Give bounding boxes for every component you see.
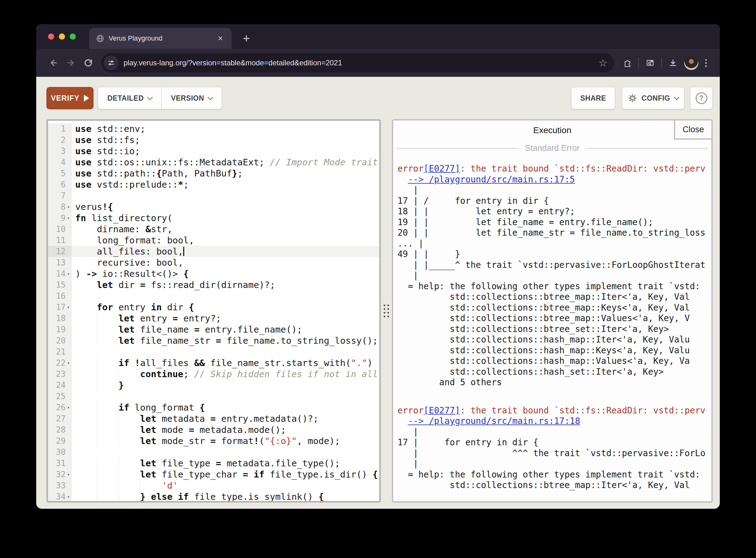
- code-line-11[interactable]: 11 long_format: bool,: [48, 235, 379, 246]
- gutter-cell[interactable]: 21: [48, 346, 72, 357]
- code-text[interactable]: use std::io;: [72, 146, 379, 157]
- code-text[interactable]: use std::os::unix::fs::MetadataExt; // I…: [72, 157, 379, 168]
- version-dropdown[interactable]: VERSION: [161, 87, 221, 109]
- gutter-cell[interactable]: 30: [48, 447, 72, 458]
- gutter-cell[interactable]: 29: [48, 435, 72, 447]
- bookmark-star-icon[interactable]: ☆: [595, 57, 611, 69]
- gutter-cell[interactable]: 16: [48, 290, 72, 302]
- code-text[interactable]: [72, 346, 379, 357]
- code-line-30[interactable]: 30: [48, 447, 379, 458]
- code-text[interactable]: recursive: bool,: [72, 257, 379, 268]
- error-link[interactable]: [E0277]: [423, 405, 460, 415]
- code-line-24[interactable]: 24 }: [48, 380, 379, 391]
- gutter-cell[interactable]: 23: [48, 369, 72, 380]
- site-info-icon[interactable]: [104, 55, 119, 70]
- gutter-cell[interactable]: 7: [48, 190, 72, 201]
- fold-arrow-icon[interactable]: ▾: [66, 494, 71, 499]
- code-line-26[interactable]: 26▾ if long_format {: [48, 402, 379, 413]
- gutter-cell[interactable]: 8▾: [48, 201, 72, 212]
- code-line-13[interactable]: 13 recursive: bool,: [48, 257, 379, 268]
- code-text[interactable]: use std::path::{Path, PathBuf};: [72, 168, 379, 179]
- code-text[interactable]: [72, 447, 379, 458]
- code-text[interactable]: long_format: bool,: [72, 235, 379, 246]
- code-line-7[interactable]: 7: [48, 190, 379, 201]
- code-line-12[interactable]: 12 all_files: bool,: [48, 246, 379, 257]
- code-text[interactable]: let metadata = entry.metadata()?;: [72, 413, 379, 424]
- gutter-cell[interactable]: 26▾: [48, 402, 72, 413]
- code-text[interactable]: 'd': [72, 480, 379, 491]
- code-line-23[interactable]: 23 continue; // Skip hidden files if not…: [48, 369, 379, 380]
- code-line-17[interactable]: 17▾ for entry in dir {: [48, 302, 379, 313]
- code-line-1[interactable]: 1use std::env;: [48, 123, 379, 134]
- fold-arrow-icon[interactable]: ▾: [66, 472, 71, 477]
- reload-button[interactable]: [80, 54, 97, 72]
- close-window-button[interactable]: [48, 33, 54, 40]
- code-line-22[interactable]: 22▾ if !all_files && file_name_str.start…: [48, 357, 379, 369]
- gutter-cell[interactable]: 22▾: [48, 357, 72, 369]
- fold-arrow-icon[interactable]: ▾: [66, 204, 71, 209]
- close-execution-button[interactable]: Close: [674, 121, 711, 140]
- gutter-cell[interactable]: 4: [48, 157, 72, 168]
- gutter-cell[interactable]: 15: [48, 279, 72, 290]
- code-text[interactable]: verus!{: [72, 201, 379, 212]
- code-line-2[interactable]: 2use std::fs;: [48, 134, 379, 146]
- error-link[interactable]: [E0277]: [423, 163, 460, 174]
- gutter-cell[interactable]: 18: [48, 313, 72, 324]
- gutter-cell[interactable]: 5: [48, 168, 72, 179]
- code-line-3[interactable]: 3use std::io;: [48, 146, 379, 157]
- code-line-20[interactable]: 20 let file_name_str = file_name.to_stri…: [48, 335, 379, 346]
- code-text[interactable]: [72, 190, 379, 201]
- code-text[interactable]: let file_name = entry.file_name();: [72, 324, 379, 335]
- gutter-cell[interactable]: 9▾: [48, 212, 72, 224]
- code-line-29[interactable]: 29 let mode_str = format!("{:o}", mode);: [48, 435, 379, 447]
- code-text[interactable]: all_files: bool,: [72, 246, 379, 257]
- tab-close-icon[interactable]: ×: [216, 33, 225, 43]
- code-text[interactable]: [72, 391, 379, 402]
- gutter-cell[interactable]: 28: [48, 424, 72, 435]
- code-line-18[interactable]: 18 let entry = entry?;: [48, 313, 379, 324]
- verify-button[interactable]: VERIFY: [47, 87, 94, 109]
- gutter-cell[interactable]: 13: [48, 257, 72, 268]
- code-line-16[interactable]: 16: [48, 290, 379, 302]
- gutter-cell[interactable]: 25: [48, 391, 72, 402]
- help-button[interactable]: ?: [690, 87, 713, 109]
- gutter-cell[interactable]: 31: [48, 458, 72, 469]
- code-line-21[interactable]: 21: [48, 346, 379, 357]
- gutter-cell[interactable]: 24: [48, 380, 72, 391]
- code-text[interactable]: [72, 290, 379, 302]
- code-text[interactable]: } else if file_type.is_symlink() {: [72, 491, 379, 502]
- error-link[interactable]: --> /playground/src/main.rs:17:18: [408, 416, 580, 426]
- new-tab-button[interactable]: +: [239, 31, 254, 46]
- gutter-cell[interactable]: 1: [48, 123, 72, 134]
- gutter-cell[interactable]: 27: [48, 413, 72, 424]
- fold-arrow-icon[interactable]: ▾: [66, 405, 71, 410]
- config-dropdown[interactable]: CONFIG: [622, 87, 684, 109]
- code-editor[interactable]: 1use std::env;2use std::fs;3use std::io;…: [47, 119, 381, 503]
- code-line-8[interactable]: 8▾verus!{: [48, 201, 379, 212]
- url-text[interactable]: play.verus-lang.org/?version=stable&mode…: [124, 58, 595, 67]
- gutter-cell[interactable]: 10: [48, 224, 72, 235]
- code-text[interactable]: dirname: &str,: [72, 224, 379, 235]
- code-text[interactable]: let entry = entry?;: [72, 313, 379, 324]
- error-link[interactable]: --> /playground/src/main.rs:17:5: [408, 174, 575, 184]
- minimize-window-button[interactable]: [59, 33, 65, 40]
- gutter-cell[interactable]: 6: [48, 179, 72, 190]
- code-text[interactable]: }: [72, 380, 379, 391]
- code-text[interactable]: let file_type_char = if file_type.is_dir…: [72, 469, 379, 480]
- gutter-cell[interactable]: 11: [48, 235, 72, 246]
- code-line-31[interactable]: 31 let file_type = metadata.file_type();: [48, 458, 379, 469]
- code-line-33[interactable]: 33 'd': [48, 480, 379, 491]
- gutter-cell[interactable]: 34▾: [48, 491, 72, 502]
- code-line-5[interactable]: 5use std::path::{Path, PathBuf};: [48, 168, 379, 179]
- code-text[interactable]: use vstd::prelude::*;: [72, 179, 379, 190]
- code-text[interactable]: ) -> io::Result<()> {: [72, 268, 379, 279]
- code-text[interactable]: use std::fs;: [72, 134, 379, 146]
- drag-handle-icon[interactable]: [384, 305, 389, 318]
- code-text[interactable]: continue; // Skip hidden files if not in…: [72, 369, 379, 380]
- gutter-cell[interactable]: 17▾: [48, 302, 72, 313]
- code-text[interactable]: for entry in dir {: [72, 302, 379, 313]
- code-text[interactable]: if !all_files && file_name_str.starts_wi…: [72, 357, 379, 369]
- code-text[interactable]: let file_name_str = file_name.to_string_…: [72, 335, 379, 346]
- code-line-28[interactable]: 28 let mode = metadata.mode();: [48, 424, 379, 435]
- gutter-cell[interactable]: 20: [48, 335, 72, 346]
